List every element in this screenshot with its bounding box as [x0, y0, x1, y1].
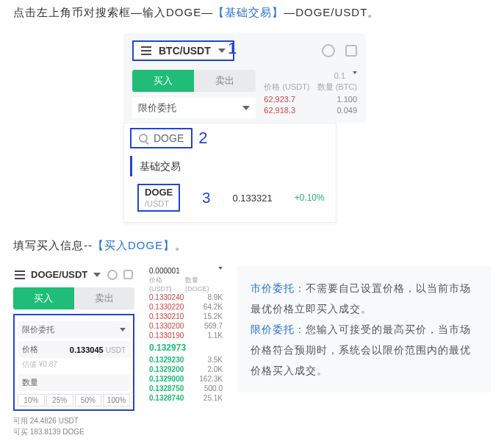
instruction-step2: 填写买入信息--【买入DOGE】。: [13, 239, 491, 253]
price-input[interactable]: 价格 0.133045 USDT: [18, 341, 130, 358]
search-result-row[interactable]: DOGE /USDT 3 0.133321 +0.10%: [130, 179, 330, 216]
mid-price: 0.132973: [149, 340, 223, 355]
search-dropdown: DOGE 2 基础交易 DOGE /USDT 3 0.133321 +0.10%: [123, 123, 336, 223]
tab-buy[interactable]: 买入: [132, 70, 194, 92]
tab-sell[interactable]: 卖出: [74, 287, 135, 309]
order-type-select[interactable]: 限价委托: [18, 321, 130, 338]
percent-shortcuts: 10% 25% 50% 100%: [18, 394, 130, 406]
price-estimate: 估值 ¥0.87: [18, 358, 130, 371]
result-change: +0.10%: [295, 193, 325, 203]
chevron-down-icon: [93, 273, 101, 277]
ask-list: 0.13302408.9K 0.133022064.2K 0.133021015…: [149, 293, 223, 340]
pair-selector[interactable]: BTC/USDT: [132, 40, 234, 61]
order-type-description: 市价委托：不需要自己设置价格，以当前市场最优价格立即买入成交。 限价委托：您输入…: [237, 266, 491, 392]
chevron-down-icon: [353, 71, 357, 74]
instruction-step1: 点击左上角币对搜索框—输入DOGE—【基础交易】—DOGE/USDT。: [13, 6, 491, 20]
menu-icon[interactable]: [15, 270, 25, 279]
result-pair: DOGE /USDT: [137, 184, 180, 212]
result-price: 0.133321: [232, 193, 272, 204]
available-balance: 可用 24.4826 USDT 可买 183.8139 DOGE: [13, 415, 134, 437]
pct-10[interactable]: 10%: [18, 394, 45, 406]
chevron-down-icon: [242, 106, 250, 110]
pct-50[interactable]: 50%: [75, 394, 102, 406]
tab-buy[interactable]: 买入: [13, 287, 74, 309]
step-3-marker: 3: [202, 190, 210, 207]
step-1-marker: 1: [228, 39, 237, 58]
step-2-marker: 2: [198, 129, 207, 148]
chevron-down-icon: [218, 267, 223, 270]
order-form: 限价委托 价格 0.133045 USDT 估值 ¥0.87 数量 10% 25…: [13, 314, 134, 411]
layout-icon[interactable]: [345, 45, 357, 57]
chevron-down-icon: [218, 49, 226, 53]
trade-panel: DOGE/USDT 买入 卖出 限价委托 价格 0.133045 USDT 估值…: [13, 266, 134, 441]
orderbook: 0.000001 价格 (USDT)数量 (DOGE) 0.13302408.9…: [149, 266, 223, 403]
category-basic-trade: 基础交易: [130, 156, 336, 176]
buy-sell-tabs: 买入 卖出: [132, 70, 256, 92]
refresh-icon[interactable]: [107, 270, 118, 280]
pair-text: BTC/USDT: [159, 45, 211, 57]
pair-text[interactable]: DOGE/USDT: [31, 269, 87, 280]
pct-25[interactable]: 25%: [46, 394, 73, 406]
refresh-icon[interactable]: [322, 44, 335, 57]
depth-decimal[interactable]: 0.000001: [149, 267, 180, 275]
trade-panel-top: 1 BTC/USDT 0.1 价格 (USDT) 数量 (BTC) 62,923…: [123, 33, 366, 123]
menu-icon: [141, 46, 151, 55]
search-icon: [139, 134, 148, 143]
bid-list: 0.13292303.5K 0.13292002.0K 0.1329000162…: [149, 355, 223, 403]
search-input[interactable]: DOGE: [130, 128, 192, 148]
layout-icon[interactable]: [123, 270, 133, 279]
pct-100[interactable]: 100%: [103, 394, 130, 406]
tab-sell[interactable]: 卖出: [194, 70, 256, 92]
quantity-input[interactable]: 数量: [18, 374, 130, 391]
order-type-select[interactable]: 限价委托: [132, 98, 256, 118]
chevron-down-icon: [120, 328, 126, 331]
depth-decimal[interactable]: 0.1: [334, 71, 345, 80]
